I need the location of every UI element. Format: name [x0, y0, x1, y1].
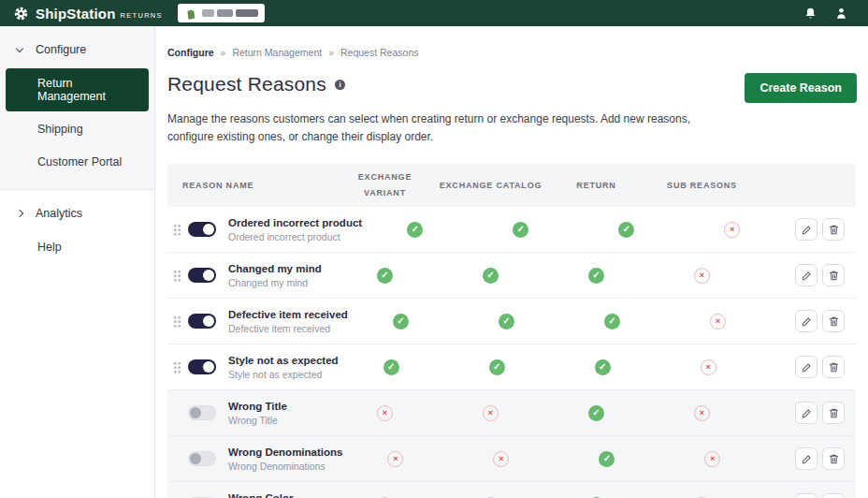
breadcrumb-return-management[interactable]: Return Management	[232, 47, 322, 58]
reason-enabled-toggle[interactable]	[188, 314, 216, 329]
table-row: Changed my mind Changed my mind ✓ ✓ ✓ ×	[167, 253, 856, 299]
sidebar-item-customer-portal[interactable]: Customer Portal	[6, 147, 149, 177]
exchange-variant-cell: ✓	[332, 268, 438, 284]
pencil-icon	[801, 407, 813, 419]
cross-icon: ×	[694, 405, 710, 421]
sidebar-item-return-management[interactable]: Return Management	[6, 68, 149, 111]
pencil-icon	[801, 315, 813, 328]
check-icon: ✓	[483, 268, 499, 284]
sidebar-group-configure[interactable]: Configure	[6, 34, 149, 66]
main-content: Configure » Return Management » Request …	[155, 26, 868, 498]
delete-button[interactable]	[822, 218, 845, 241]
check-icon: ✓	[588, 405, 604, 421]
reason-name: Wrong Denominations	[228, 447, 342, 458]
cross-icon: ×	[483, 405, 499, 421]
reason-subtitle: Changed my mind	[228, 277, 322, 288]
table-row: Defective item received Defective item r…	[167, 299, 856, 344]
reason-enabled-toggle[interactable]	[188, 405, 216, 420]
check-icon: ✓	[489, 359, 505, 375]
reason-enabled-toggle[interactable]	[188, 451, 216, 466]
sub-reasons-cell: ×	[659, 451, 765, 467]
delete-button[interactable]	[822, 493, 845, 498]
return-cell: ✓	[573, 222, 679, 238]
return-cell: ✓	[554, 451, 659, 467]
return-cell: ✓	[543, 405, 649, 421]
check-icon: ✓	[407, 222, 423, 238]
reason-subtitle: Wrong Title	[228, 415, 287, 426]
sidebar-group-label: Configure	[36, 43, 86, 56]
edit-button[interactable]	[795, 356, 817, 378]
sub-reasons-cell: ×	[649, 268, 755, 284]
exchange-catalog-cell: ✓	[444, 359, 550, 375]
reason-subtitle: Wrong Denominations	[228, 461, 342, 472]
sidebar-item-shipping[interactable]: Shipping	[6, 114, 149, 144]
exchange-variant-cell: ✓	[348, 314, 454, 330]
drag-handle-icon[interactable]	[173, 224, 181, 236]
check-icon: ✓	[588, 268, 604, 284]
edit-button[interactable]	[795, 218, 817, 241]
cross-icon: ×	[701, 359, 716, 375]
sidebar: Configure Return Management Shipping Cus…	[0, 26, 155, 498]
sub-reasons-cell: ×	[656, 359, 761, 375]
return-cell: ✓	[550, 359, 656, 375]
exchange-catalog-cell: ×	[438, 405, 543, 421]
edit-button[interactable]	[795, 493, 817, 498]
table-row: Style not as expected Style not as expec…	[167, 344, 856, 390]
cross-icon: ×	[387, 451, 403, 467]
exchange-variant-cell: ×	[332, 405, 438, 421]
person-icon[interactable]	[833, 6, 849, 22]
check-icon: ✓	[393, 314, 409, 330]
edit-button[interactable]	[795, 264, 817, 286]
reason-name: Defective item received	[228, 309, 348, 320]
delete-button[interactable]	[822, 447, 845, 470]
reason-name-cell: Wrong Color Wrong Color	[167, 492, 332, 498]
pencil-icon	[801, 453, 813, 465]
reason-name-cell: Changed my mind Changed my mind	[167, 263, 332, 288]
create-reason-button[interactable]: Create Reason	[745, 73, 857, 103]
info-icon[interactable]: i	[335, 80, 345, 90]
reason-name-cell: Wrong Title Wrong Title	[167, 401, 332, 426]
edit-button[interactable]	[795, 447, 817, 470]
reason-name-cell: Defective item received Defective item r…	[167, 309, 348, 334]
reason-subtitle: Defective item received	[228, 323, 348, 334]
trash-icon	[828, 270, 840, 282]
drag-handle-icon[interactable]	[173, 270, 181, 282]
reason-enabled-toggle[interactable]	[188, 268, 216, 283]
bell-icon[interactable]	[803, 6, 818, 22]
reason-name-cell: Ordered incorrect product Ordered incorr…	[167, 217, 362, 242]
check-icon: ✓	[513, 222, 528, 238]
delete-button[interactable]	[822, 310, 845, 332]
check-icon: ✓	[599, 451, 615, 467]
check-icon: ✓	[499, 314, 514, 330]
cross-icon: ×	[377, 405, 393, 421]
drag-handle-icon[interactable]	[173, 315, 181, 328]
reason-enabled-toggle[interactable]	[188, 359, 216, 374]
sub-reasons-cell: ×	[679, 222, 785, 238]
cross-icon: ×	[493, 451, 509, 467]
brand-name: ShipStation	[36, 6, 116, 22]
delete-button[interactable]	[822, 356, 845, 378]
delete-button[interactable]	[822, 264, 845, 286]
page-title: Request Reasons	[167, 73, 326, 95]
edit-button[interactable]	[795, 402, 817, 424]
drag-handle-icon[interactable]	[173, 361, 181, 374]
table-row: Wrong Color Wrong Color × × ✓ ×	[167, 482, 856, 498]
table-body: Ordered incorrect product Ordered incorr…	[167, 207, 856, 498]
check-icon: ✓	[377, 268, 393, 284]
sidebar-item-help[interactable]: Help	[6, 232, 149, 262]
reason-enabled-toggle[interactable]	[188, 222, 216, 237]
edit-button[interactable]	[795, 310, 817, 332]
delete-button[interactable]	[822, 402, 845, 424]
exchange-catalog-cell: ×	[448, 451, 554, 467]
sidebar-group-analytics[interactable]: Analytics	[6, 198, 149, 229]
shipstation-gear-icon	[13, 6, 29, 22]
breadcrumb-configure[interactable]: Configure	[167, 47, 214, 58]
store-selector[interactable]	[178, 4, 265, 22]
column-exchange-variant: EXCHANGE VARIANT	[332, 169, 438, 201]
check-icon: ✓	[595, 359, 611, 375]
chevron-down-icon	[16, 44, 23, 51]
reason-name: Wrong Color	[228, 492, 293, 498]
reason-name: Changed my mind	[228, 263, 322, 274]
trash-icon	[828, 361, 840, 374]
table-row: Ordered incorrect product Ordered incorr…	[167, 207, 856, 253]
